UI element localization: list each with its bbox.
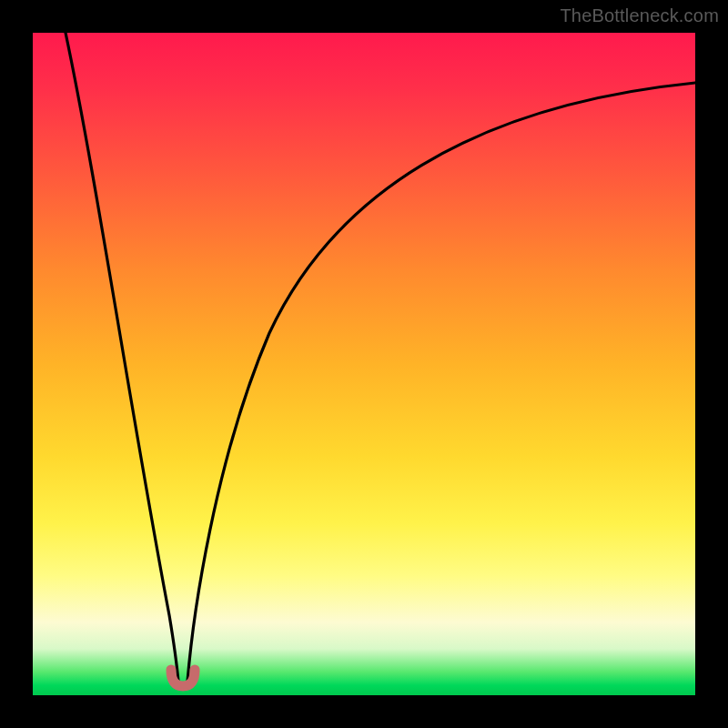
watermark-text: TheBottleneck.com: [560, 5, 719, 26]
chart-frame: TheBottleneck.com: [0, 0, 728, 728]
curve-left-branch: [66, 33, 178, 682]
curve-right-branch: [187, 83, 695, 682]
plot-area: [33, 33, 695, 695]
trough-marker: [171, 670, 195, 686]
curves-layer: [33, 33, 695, 695]
